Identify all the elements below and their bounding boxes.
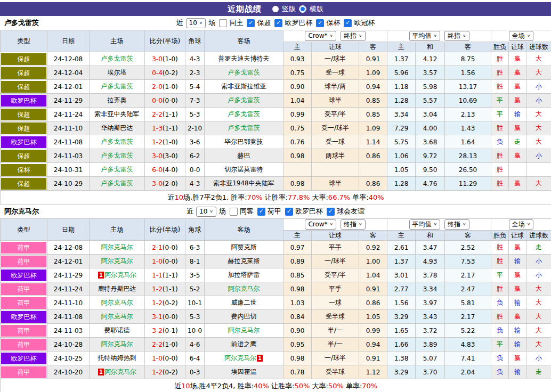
- match-date: 24-11-29: [47, 268, 90, 282]
- horizontal-layout-radio[interactable]: [299, 5, 306, 13]
- league-filter-checkbox[interactable]: ✓: [285, 208, 293, 216]
- avg-select[interactable]: 平均值∨: [409, 31, 441, 41]
- match-row: 荷甲24-12-01阿尔克马尔1-0(0-0)8-1赫拉克莱斯0.89一/球半1…: [1, 255, 551, 268]
- chevron-down-icon: ∨: [527, 33, 531, 39]
- result-outcome: 负: [491, 296, 509, 310]
- bookmaker-select[interactable]: Crow*∨: [305, 31, 336, 41]
- match-date: 24-11-24: [47, 282, 90, 296]
- col-home: 主场: [90, 219, 145, 241]
- league-badge: 保超: [1, 109, 46, 120]
- ah-home-odds: 0.99: [283, 108, 312, 121]
- league-filter-checkbox[interactable]: ✓: [247, 19, 255, 27]
- score-cell: 1-0(0-0): [145, 352, 185, 365]
- result-goals: 小: [526, 352, 551, 365]
- same-venue-checkbox[interactable]: [219, 19, 227, 27]
- col-result-ah: 让球: [509, 42, 526, 52]
- league-badge: 荷甲: [1, 242, 46, 254]
- ah-line: 两球半: [312, 149, 359, 163]
- score-cell: 1-2(1-1): [145, 282, 185, 296]
- ah-time-select[interactable]: 终指∨: [341, 31, 366, 41]
- result-goals: 大: [526, 296, 551, 310]
- corner-score: 0-3: [185, 365, 205, 379]
- vertical-layout-radio[interactable]: [272, 6, 279, 12]
- corner-score: 5-2: [185, 282, 205, 296]
- away-team: 卢多戈雷茨: [228, 69, 260, 76]
- period-select[interactable]: 全场∨: [509, 219, 534, 230]
- filter-near-label: 近: [187, 207, 193, 216]
- full-time-score: 1-0: [152, 258, 163, 265]
- half-time-score: (1-1): [163, 111, 178, 118]
- home-team: 卢多戈雷茨: [101, 179, 133, 187]
- bookmaker-select[interactable]: Crow*∨: [305, 219, 336, 230]
- result-outcome: 胜: [491, 163, 509, 177]
- chevron-down-icon: ∨: [527, 222, 531, 227]
- ah-away-odds: 0.86: [359, 296, 387, 310]
- match-date: 24-11-29: [47, 94, 90, 108]
- away-team: 卢多戈雷茨: [228, 96, 260, 104]
- half-time-score: (0-2): [163, 299, 178, 307]
- home-team: 鹿特丹斯巴达: [98, 285, 136, 292]
- result-goals: 大: [526, 52, 551, 66]
- result-outcome: 胜: [491, 121, 509, 135]
- league-filter-checkbox[interactable]: ✓: [274, 19, 282, 27]
- score-cell: 3-0(1-0): [145, 52, 185, 66]
- result-outcome: 胜: [491, 282, 509, 296]
- half-time-score: (0-0): [163, 97, 178, 104]
- match-row: 保超24-11-24索非亚中央陆军2-2(1-1)5-3卢多戈雷茨0.99受平/…: [1, 108, 551, 121]
- score-cell: 1-0(0-0): [145, 255, 185, 268]
- league-filter-checkbox[interactable]: ✓: [316, 19, 324, 27]
- ah-time-select[interactable]: 终指∨: [341, 219, 366, 230]
- ah-home-odds: 0.90: [283, 324, 312, 338]
- ah-home-odds: 0.89: [283, 255, 312, 268]
- col-corner: 角球: [185, 30, 205, 52]
- corner-score: 3-5: [185, 268, 205, 282]
- league-badge: 保超: [1, 81, 46, 93]
- col-avg-away: 客: [445, 231, 491, 241]
- summary-line: 近10场,胜4平2负4, 胜率:40% 让胜率:50% 大率:50% 单率:70…: [1, 379, 551, 392]
- league-filter-checkbox[interactable]: ✓: [327, 208, 335, 216]
- league-filter-label: 保杯: [326, 18, 340, 28]
- avg-away-odds: 5.81: [445, 296, 491, 310]
- ah-away-odds: 1.00: [359, 255, 387, 268]
- vertical-layout-label[interactable]: 竖版: [282, 4, 296, 14]
- match-count-select[interactable]: 10∨: [196, 207, 216, 217]
- avg-time-select[interactable]: 终指∨: [444, 31, 469, 41]
- avg-draw-odds: 4.12: [416, 52, 445, 66]
- full-time-score: 0-0: [152, 97, 163, 104]
- horizontal-layout-label[interactable]: 横版: [310, 4, 323, 14]
- chevron-down-icon: ∨: [209, 208, 213, 214]
- result-goals: 大: [526, 66, 551, 80]
- home-team: 阿尔克马尔: [101, 313, 133, 320]
- avg-home-odds: 3.01: [387, 268, 416, 282]
- result-goals: 大: [526, 177, 551, 191]
- ah-away-odds: 1.12: [359, 365, 387, 379]
- match-date: 24-10-29: [47, 177, 90, 191]
- home-team: 阿尔克马尔: [101, 299, 133, 306]
- corner-score: 8-1: [185, 255, 205, 268]
- home-team: 阿尔克马尔: [104, 271, 136, 279]
- avg-controls: 平均值∨ 终指∨: [387, 30, 491, 42]
- half-time-score: (0-0): [163, 313, 178, 321]
- score-cell: 3-1(0-0): [145, 310, 185, 324]
- away-team: 阿贾克斯: [231, 243, 257, 251]
- match-count-select[interactable]: 10∨: [186, 18, 206, 28]
- avg-select[interactable]: 平均值∨: [409, 219, 441, 230]
- result-goals: 大: [526, 282, 551, 296]
- ah-controls: Crow*∨ 终指∨: [283, 30, 387, 42]
- avg-time-select[interactable]: 终指∨: [444, 219, 469, 230]
- match-row: 欧罗巴杯24-11-08阿尔克马尔3-1(0-0)5-3费内巴切0.84受半球1…: [1, 310, 551, 324]
- col-result-wdl: 胜负: [491, 42, 509, 52]
- ah-line: 受平/半: [312, 108, 359, 121]
- result-outcome: 胜: [491, 177, 509, 191]
- col-ah-home: 主: [283, 42, 312, 52]
- red-card-badge: 1: [98, 272, 104, 279]
- ah-line: 受一球: [312, 66, 359, 80]
- full-time-score: 1-2: [152, 369, 163, 376]
- league-filter-checkbox[interactable]: ✓: [257, 208, 265, 216]
- league-filter-checkbox[interactable]: ✓: [344, 19, 352, 27]
- avg-away-odds: 2.47: [445, 282, 491, 296]
- league-filter-label: 欧罗巴杯: [285, 18, 312, 28]
- same-venue-checkbox[interactable]: [230, 208, 238, 216]
- period-select[interactable]: 全场∨: [509, 31, 534, 41]
- score-cell: 2-2(1-0): [145, 338, 185, 352]
